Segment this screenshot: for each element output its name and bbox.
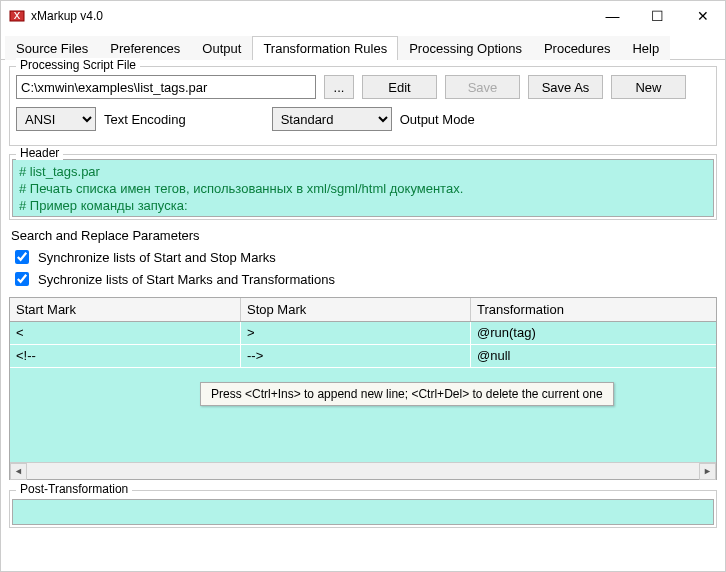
script-file-legend: Processing Script File	[16, 58, 140, 72]
header-line: # list_tags.par	[19, 164, 707, 181]
script-file-group: Processing Script File ... Edit Save Sav…	[9, 66, 717, 146]
titlebar: x xMarkup v4.0 — ☐ ✕	[1, 1, 725, 31]
tab-procedures[interactable]: Procedures	[533, 36, 621, 60]
output-mode-label: Output Mode	[400, 112, 475, 127]
table-cell[interactable]: >	[241, 322, 471, 344]
sync-start-trans-checkbox[interactable]: Sychronize lists of Start Marks and Tran…	[11, 269, 717, 289]
tab-preferences[interactable]: Preferences	[99, 36, 191, 60]
column-header[interactable]: Transformation	[471, 298, 716, 321]
table-row[interactable]: <!---->@null	[10, 345, 716, 368]
post-transform-group: Post-Transformation	[9, 490, 717, 528]
table-cell[interactable]: @run(tag)	[471, 322, 716, 344]
window-title: xMarkup v4.0	[31, 9, 590, 23]
tab-processing-options[interactable]: Processing Options	[398, 36, 533, 60]
svg-text:x: x	[14, 8, 21, 22]
tab-content: Processing Script File ... Edit Save Sav…	[1, 60, 725, 542]
app-icon: x	[9, 8, 25, 24]
tab-help[interactable]: Help	[621, 36, 670, 60]
output-mode-select[interactable]: Standard	[272, 107, 392, 131]
maximize-button[interactable]: ☐	[635, 1, 680, 31]
scroll-right-icon[interactable]: ►	[699, 463, 716, 480]
table-cell[interactable]: <	[10, 322, 241, 344]
window-controls: — ☐ ✕	[590, 1, 725, 31]
edit-button[interactable]: Edit	[362, 75, 437, 99]
post-transform-textarea[interactable]	[12, 499, 714, 525]
column-header[interactable]: Stop Mark	[241, 298, 471, 321]
table-cell[interactable]: @null	[471, 345, 716, 367]
tab-bar: Source FilesPreferencesOutputTransformat…	[1, 31, 725, 60]
new-button[interactable]: New	[611, 75, 686, 99]
search-params-label: Search and Replace Parameters	[11, 228, 717, 243]
checkbox-icon[interactable]	[15, 250, 29, 264]
marks-table: Start MarkStop MarkTransformation <>@run…	[9, 297, 717, 480]
header-line: # Пример команды запуска:	[19, 198, 707, 215]
header-textarea[interactable]: # list_tags.par# Печать списка имен тего…	[12, 159, 714, 217]
column-header[interactable]: Start Mark	[10, 298, 241, 321]
encoding-label: Text Encoding	[104, 112, 186, 127]
sync-start-stop-checkbox[interactable]: Synchronize lists of Start and Stop Mark…	[11, 247, 717, 267]
checkbox-icon[interactable]	[15, 272, 29, 286]
close-button[interactable]: ✕	[680, 1, 725, 31]
tab-transformation-rules[interactable]: Transformation Rules	[252, 36, 398, 60]
browse-button[interactable]: ...	[324, 75, 354, 99]
header-legend: Header	[16, 146, 63, 160]
save-as-button[interactable]: Save As	[528, 75, 603, 99]
save-button[interactable]: Save	[445, 75, 520, 99]
table-row[interactable]: <>@run(tag)	[10, 322, 716, 345]
encoding-select[interactable]: ANSI	[16, 107, 96, 131]
minimize-button[interactable]: —	[590, 1, 635, 31]
header-line: # Печать списка имен тегов, использованн…	[19, 181, 707, 198]
table-body[interactable]: <>@run(tag)<!---->@null Press <Ctrl+Ins>…	[10, 322, 716, 462]
table-header: Start MarkStop MarkTransformation	[10, 298, 716, 322]
scroll-left-icon[interactable]: ◄	[10, 463, 27, 480]
table-cell[interactable]: -->	[241, 345, 471, 367]
table-tooltip: Press <Ctrl+Ins> to append new line; <Ct…	[200, 382, 614, 406]
header-group: Header # list_tags.par# Печать списка им…	[9, 154, 717, 220]
tab-source-files[interactable]: Source Files	[5, 36, 99, 60]
table-cell[interactable]: <!--	[10, 345, 241, 367]
tab-output[interactable]: Output	[191, 36, 252, 60]
post-transform-legend: Post-Transformation	[16, 482, 132, 496]
horizontal-scrollbar[interactable]: ◄ ►	[10, 462, 716, 479]
script-path-input[interactable]	[16, 75, 316, 99]
